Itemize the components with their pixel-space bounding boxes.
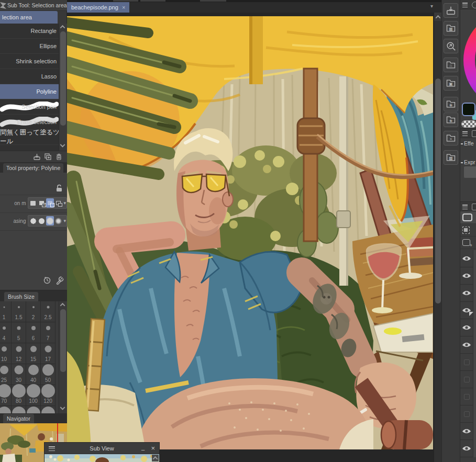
brush-size-cell-partial[interactable] [26,406,41,413]
layer-thumbnail-edge[interactable] [473,319,476,336]
brush-size-cell-2[interactable]: 2 [26,301,41,322]
close-document-icon[interactable]: × [122,2,125,13]
material-3d-pose-folder-icon[interactable]: ◈ [444,112,458,127]
scrollbar-thumb[interactable] [60,309,66,372]
selection-new-button[interactable] [29,198,37,208]
layer-visibility-eye-icon[interactable] [460,423,473,440]
layer-row[interactable] [460,354,476,371]
panel-menu-icon[interactable] [462,205,468,209]
brush-size-cell-12[interactable]: 12 [12,343,26,364]
color-wheel-tab-icon[interactable] [472,2,476,8]
scroll-up-icon[interactable] [61,303,65,308]
brush-size-cell-5[interactable]: 5 [12,322,26,343]
brush-size-cell-4[interactable]: 4 [0,322,12,343]
aa-weak-button[interactable] [38,216,46,226]
layer-visibility-eye-icon[interactable] [460,440,473,457]
subtool-scrollbar[interactable] [59,24,67,151]
subtool-item-shrink-selection[interactable]: Shrink selection [0,54,67,69]
layer-row[interactable] [460,302,476,319]
tab-overflow-chevron-icon[interactable]: ▾ [430,3,433,9]
subtool-item-erase-selection[interactable]: Erase selection [0,115,67,130]
brush-size-cell-40[interactable]: 40 [26,364,41,385]
brush-size-cell-100[interactable]: 100 [26,385,41,406]
scroll-down-icon[interactable] [61,144,65,149]
navigator-tab[interactable]: Navigator [3,414,34,423]
material-download-icon[interactable] [444,3,458,18]
brush-size-cell-10[interactable]: 10 [0,343,12,364]
material-color-pattern-folder-icon[interactable]: ▦ [444,21,458,36]
layer-thumbnail-edge[interactable] [473,371,476,388]
layer-row[interactable] [460,405,476,423]
brush-size-cell-25[interactable]: 25 [0,364,12,385]
brush-size-cell-70[interactable]: 70 [0,385,12,406]
transparent-color-swatch[interactable] [461,120,476,128]
layer-panel-tab-icon[interactable] [472,204,476,210]
brush-size-cell-1.5[interactable]: 1.5 [12,301,26,322]
scrollbar-thumb[interactable] [60,31,66,126]
subtool-item-lasso[interactable]: Lasso [0,69,67,84]
canvas-vertical-scrollbar[interactable] [434,13,441,462]
duplicate-subtool-icon[interactable] [43,153,52,161]
layer-visibility-eye-icon[interactable] [460,302,473,319]
lock-icon[interactable] [56,184,63,194]
layer-visibility-eye-icon[interactable] [460,336,473,354]
layer-thumbnail-edge[interactable] [473,440,476,457]
layer-row[interactable] [460,440,476,457]
layer-visibility-hidden-box[interactable] [460,354,473,371]
scroll-up-icon[interactable] [61,25,65,30]
layer-visibility-hidden-box[interactable] [460,405,473,423]
aa-strong-button[interactable] [54,216,62,226]
layer-thumbnail-edge[interactable] [473,250,476,267]
brush-size-cell-120[interactable]: 120 [41,385,56,406]
brush-size-cell-80[interactable]: 80 [12,385,26,406]
panel-menu-icon[interactable] [462,131,468,136]
selection-subtract-button[interactable]: − [46,198,54,208]
layer-row[interactable] [460,423,476,440]
canvas-document[interactable] [67,16,433,449]
subtool-tab-selection-area[interactable]: lection area [0,11,58,24]
material-deleted-folder-icon[interactable]: × [444,131,458,145]
minimize-icon[interactable]: _ [141,444,145,450]
delete-subtool-icon[interactable] [54,153,63,161]
layer-visibility-hidden-box[interactable] [460,388,473,405]
material-search-icon[interactable] [444,39,458,53]
aa-medium-button[interactable] [46,216,54,226]
layer-visibility-eye-icon[interactable] [460,319,473,336]
layer-row[interactable] [460,267,476,285]
panel-menu-icon[interactable] [462,3,468,7]
brush-size-cell-15[interactable]: 15 [26,343,41,364]
sub-view-window[interactable]: Sub View _ × [44,442,160,462]
layer-visibility-hidden-box[interactable] [460,371,473,388]
layer-thumbnail-edge[interactable] [473,267,476,285]
layer-thumbnail-edge[interactable] [473,302,476,319]
new-layer-button[interactable]: + [460,236,476,249]
layer-row[interactable] [460,336,476,354]
chevron-down-icon[interactable]: ▾ [63,218,66,223]
layer-thumbnail-edge[interactable] [473,336,476,354]
layer-visibility-eye-icon[interactable] [460,285,473,302]
main-color-swatch[interactable] [462,103,475,116]
layer-thumbnail-edge[interactable] [473,388,476,405]
material-primary-folder-icon[interactable]: ⌂ [444,58,458,72]
layer-visibility-eye-icon[interactable] [460,250,473,267]
scroll-up-icon[interactable] [152,455,159,461]
layer-property-tab-icon[interactable] [472,130,476,137]
subtool-item-polyline[interactable]: Polyline [0,84,67,99]
brush-size-cell-50[interactable]: 50 [41,364,56,385]
wrench-settings-icon[interactable] [56,276,64,287]
subtool-item-jp-tool[interactable]: 間無く囲って塗るツール [0,130,67,145]
scroll-up-icon[interactable] [434,13,442,21]
aa-none-button[interactable] [29,216,37,226]
sub-view-image[interactable] [45,454,159,462]
material-image-folder-icon[interactable]: ▣ [444,76,458,91]
layer-row[interactable] [460,371,476,388]
brush-size-cell-partial[interactable] [12,406,26,413]
brush-size-cell-7[interactable]: 7 [41,322,56,343]
subtool-item-selection-pen[interactable]: Selection pen [0,99,67,115]
layer-row[interactable] [460,285,476,302]
brush-size-cell-17[interactable]: 17 [41,343,56,364]
hue-ring[interactable] [460,9,476,114]
layer-visibility-eye-icon[interactable] [460,267,473,285]
layer-row[interactable] [460,319,476,336]
brush-size-cell-2.5[interactable]: 2.5 [41,301,56,322]
